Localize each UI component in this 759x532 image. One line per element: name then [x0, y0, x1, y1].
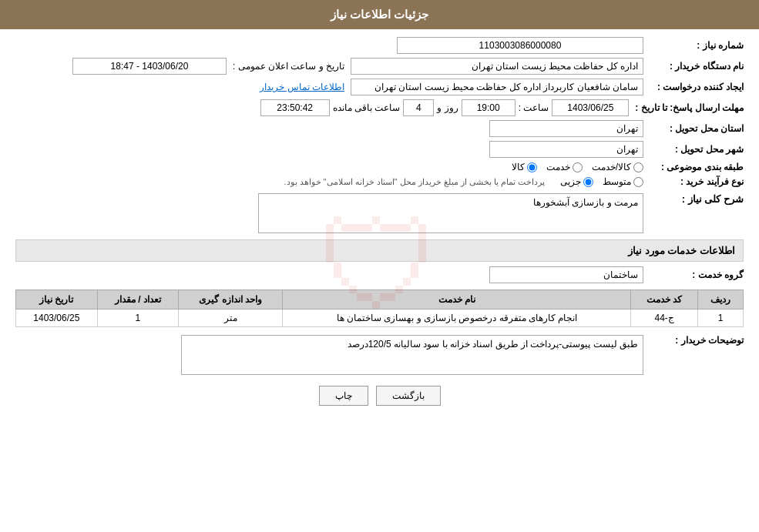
- service-group-value: ساختمان: [489, 266, 643, 283]
- process-label: نوع فرآیند خرید :: [643, 176, 744, 187]
- reply-days: 4: [403, 99, 434, 116]
- announce-datetime-value: 1403/06/20 - 18:47: [72, 58, 227, 75]
- page-header: جزئیات اطلاعات نیاز: [0, 0, 759, 29]
- back-button[interactable]: بازگشت: [376, 386, 441, 406]
- city-value: تهران: [489, 141, 643, 158]
- need-number-value: 1103003086000080: [397, 37, 643, 54]
- col-unit: واحد اندازه گیری: [179, 290, 283, 309]
- button-group: بازگشت چاپ: [15, 386, 744, 406]
- buyer-desc-textarea[interactable]: طبق لیست پیوستی-پرداخت از طریق اسناد خزا…: [181, 335, 643, 375]
- reply-date: 1403/06/25: [552, 99, 629, 116]
- category-label: طبقه بندی موضوعی :: [643, 162, 744, 172]
- process-option-jozi[interactable]: جزیی: [560, 176, 593, 187]
- service-group-label: گروه خدمت :: [643, 269, 744, 280]
- category-option-khadamat[interactable]: خدمت: [546, 162, 583, 172]
- col-name: نام خدمت: [283, 290, 631, 309]
- province-label: استان محل تحویل :: [643, 123, 744, 134]
- reply-deadline-label: مهلت ارسال پاسخ: تا تاریخ :: [629, 102, 744, 113]
- need-number-label: شماره نیاز :: [643, 40, 744, 51]
- buyer-org-label: نام دستگاه خریدار :: [643, 61, 744, 72]
- reply-remaining: 23:50:42: [260, 99, 330, 116]
- need-description-textarea[interactable]: مرمت و بازسازی آبشخورها: [258, 193, 643, 233]
- category-radio-group: کالا/خدمت خدمت کالا: [512, 162, 643, 172]
- col-code: کد خدمت: [631, 290, 698, 309]
- contact-link[interactable]: اطلاعات تماس خریدار: [260, 82, 344, 92]
- services-table: ردیف کد خدمت نام خدمت واحد اندازه گیری ت…: [15, 289, 744, 327]
- category-radio-kala-khadamat[interactable]: [633, 162, 643, 172]
- process-radio-group: متوسط جزیی: [560, 176, 643, 187]
- buyer-desc-label: توضیحات خریدار :: [643, 335, 744, 375]
- need-description-label: شرح کلی نیاز :: [643, 193, 744, 233]
- category-option-kala-khadamat[interactable]: کالا/خدمت: [592, 162, 643, 172]
- creator-value: سامان شافعیان کاربرداز اداره کل حفاظت مح…: [351, 79, 643, 95]
- category-radio-kala[interactable]: [527, 162, 537, 172]
- reply-remaining-label2: ساعت باقی مانده: [333, 102, 401, 113]
- announce-datetime-label: تاریخ و ساعت اعلان عمومی :: [233, 61, 344, 72]
- reply-time: 19:00: [462, 99, 516, 116]
- process-radio-motavaset[interactable]: [633, 177, 643, 187]
- process-option-motavaset[interactable]: متوسط: [603, 176, 643, 187]
- service-info-title: اطلاعات خدمات مورد نیاز: [15, 239, 744, 262]
- col-date: تاریخ نیاز: [16, 290, 98, 309]
- col-row: ردیف: [698, 290, 744, 309]
- category-option-kala[interactable]: کالا: [512, 162, 537, 172]
- city-label: شهر محل تحویل :: [643, 144, 744, 155]
- category-radio-khadamat[interactable]: [573, 162, 583, 172]
- reply-days-label: روز و: [437, 102, 458, 113]
- creator-label: ایجاد کننده درخواست :: [643, 82, 744, 92]
- process-note: پرداخت تمام یا بخشی از مبلغ خریداز محل "…: [284, 177, 545, 187]
- process-radio-jozi[interactable]: [583, 177, 593, 187]
- print-button[interactable]: چاپ: [319, 386, 368, 406]
- col-count: تعداد / مقدار: [97, 290, 179, 309]
- buyer-org-value: اداره کل حفاظت محیط زیست استان تهران: [351, 58, 643, 75]
- table-row: 1ج-44انجام کارهای متفرقه درخصوص بازسازی …: [16, 309, 744, 327]
- reply-time-label: ساعت :: [519, 102, 549, 113]
- province-value: تهران: [489, 120, 643, 137]
- page-title: جزئیات اطلاعات نیاز: [331, 8, 428, 21]
